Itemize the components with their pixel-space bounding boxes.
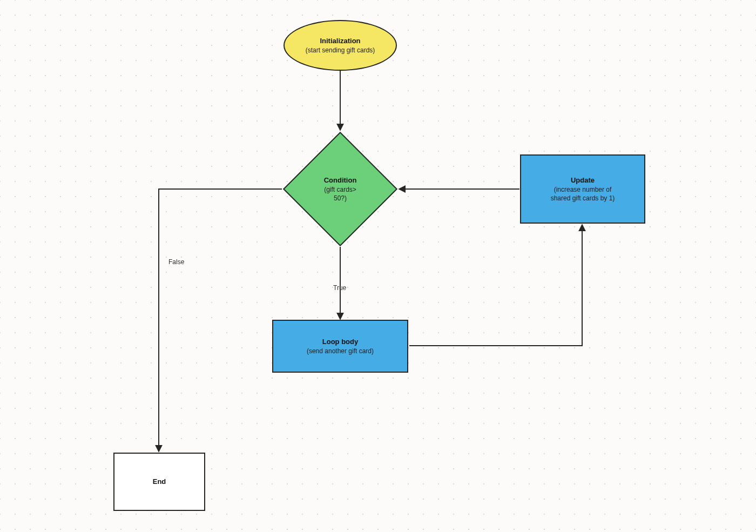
edge-label-true: True xyxy=(333,284,346,292)
node-loop-body[interactable]: Loop body (send another gift card) xyxy=(272,320,408,373)
node-condition-sub1: (gift cards> xyxy=(324,185,356,194)
node-initialization[interactable]: Initialization (start sending gift cards… xyxy=(284,20,397,71)
node-initialization-title: Initialization xyxy=(320,36,360,46)
node-update[interactable]: Update (increase number of shared gift c… xyxy=(520,154,645,224)
node-update-sub2: shared gift cards by 1) xyxy=(551,194,615,203)
node-condition[interactable]: Condition (gift cards> 50?) xyxy=(300,149,381,230)
node-end[interactable]: End xyxy=(113,453,205,511)
node-end-title: End xyxy=(153,477,166,487)
node-update-title: Update xyxy=(571,176,595,185)
edge-label-false: False xyxy=(168,258,184,266)
node-condition-sub2: 50?) xyxy=(334,194,347,203)
node-condition-label: Condition (gift cards> 50?) xyxy=(324,176,357,203)
node-loop-title: Loop body xyxy=(322,337,358,347)
node-loop-sub: (send another gift card) xyxy=(307,347,374,355)
node-condition-title: Condition xyxy=(324,176,357,185)
node-initialization-sub: (start sending gift cards) xyxy=(306,46,375,55)
flowchart-canvas[interactable]: Initialization (start sending gift cards… xyxy=(0,0,756,532)
node-update-sub1: (increase number of xyxy=(554,185,612,194)
